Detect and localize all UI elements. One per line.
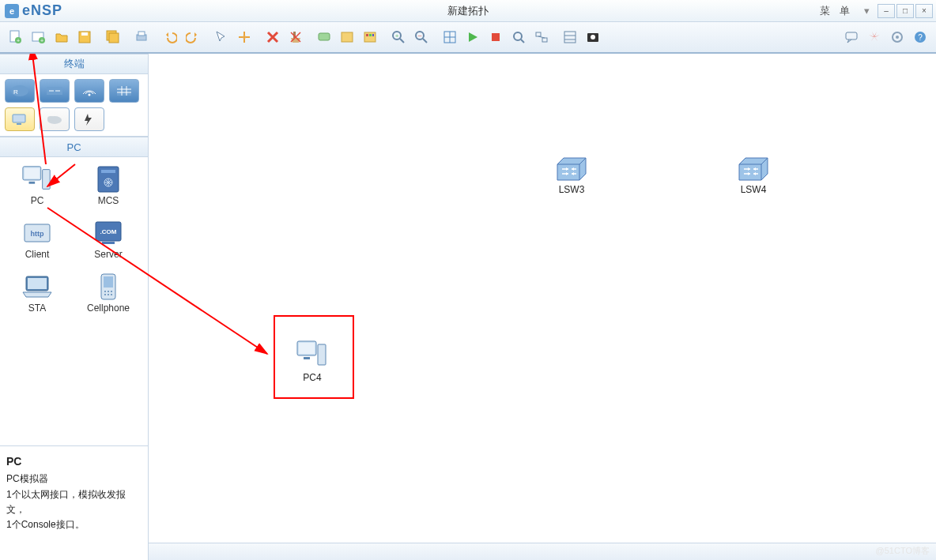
huawei-logo-icon[interactable] xyxy=(863,26,885,48)
category-row-1: R xyxy=(0,74,148,107)
text-note-button[interactable] xyxy=(313,26,335,48)
stop-all-button[interactable] xyxy=(485,26,507,48)
undo-button[interactable] xyxy=(159,26,181,48)
redo-button[interactable] xyxy=(182,26,204,48)
device-client[interactable]: http Client xyxy=(2,214,73,268)
node-lsw4[interactable]: LSW4 xyxy=(738,156,769,195)
close-button[interactable]: × xyxy=(915,4,933,18)
device-mcs[interactable]: MCS xyxy=(73,160,144,214)
rect-note-button[interactable] xyxy=(336,26,358,48)
svg-rect-17 xyxy=(366,34,368,36)
toolbar: + + + – ? xyxy=(0,22,936,54)
svg-point-42 xyxy=(896,36,899,39)
svg-point-78 xyxy=(108,294,109,295)
topology-canvas[interactable]: LSW3 LSW4 PC4 xyxy=(149,54,936,560)
switch-icon xyxy=(738,156,769,182)
svg-rect-69 xyxy=(102,242,115,244)
svg-rect-7 xyxy=(81,32,88,36)
node-label: LSW4 xyxy=(741,184,767,195)
svg-rect-81 xyxy=(299,343,315,354)
svg-line-34 xyxy=(538,36,545,38)
svg-text:.COM: .COM xyxy=(100,228,117,235)
svg-line-31 xyxy=(521,39,524,43)
app-name: eNSP xyxy=(22,2,62,19)
zoom-out-button[interactable]: – xyxy=(410,26,432,48)
svg-point-12 xyxy=(243,36,246,39)
svg-rect-32 xyxy=(536,32,541,36)
svg-text:http: http xyxy=(31,230,44,238)
chat-button[interactable] xyxy=(840,26,862,48)
new-topo-button[interactable]: + xyxy=(28,26,50,48)
svg-point-48 xyxy=(89,94,91,96)
help-button[interactable]: ? xyxy=(909,26,931,48)
device-label: Client xyxy=(25,249,50,260)
svg-point-77 xyxy=(104,294,106,295)
document-title: 新建拓扑 xyxy=(447,4,489,18)
svg-point-74 xyxy=(104,291,106,292)
svg-rect-14 xyxy=(319,33,330,40)
svg-rect-54 xyxy=(13,115,25,122)
http-icon: http xyxy=(21,219,53,247)
svg-rect-82 xyxy=(304,357,310,359)
menu-dropdown-icon[interactable]: ▾ xyxy=(861,5,876,17)
category-wireless[interactable] xyxy=(74,79,104,103)
category-row-2 xyxy=(0,107,148,136)
new-file-button[interactable]: + xyxy=(5,26,27,48)
magnify-button[interactable] xyxy=(508,26,530,48)
grid-align-button[interactable] xyxy=(439,26,461,48)
svg-rect-16 xyxy=(364,32,376,42)
toggle-grid-button[interactable] xyxy=(559,26,581,48)
device-label: MCS xyxy=(98,195,119,206)
open-button[interactable] xyxy=(51,26,73,48)
node-pc4[interactable]: PC4 xyxy=(296,340,329,383)
device-cellphone[interactable]: Cellphone xyxy=(73,268,144,321)
snapshot-button[interactable] xyxy=(582,26,604,48)
svg-rect-18 xyxy=(369,34,372,36)
svg-rect-59 xyxy=(25,168,40,179)
category-firewall[interactable] xyxy=(109,79,139,103)
svg-point-75 xyxy=(108,291,109,292)
laptop-icon xyxy=(21,272,53,301)
print-button[interactable] xyxy=(130,26,153,48)
save-all-button[interactable] xyxy=(102,26,124,48)
status-bar xyxy=(149,543,936,560)
svg-rect-83 xyxy=(318,344,326,365)
device-label: PC xyxy=(31,195,44,206)
settings-button[interactable] xyxy=(886,26,908,48)
svg-point-30 xyxy=(514,32,522,40)
category-power[interactable] xyxy=(74,107,104,131)
svg-rect-61 xyxy=(43,170,51,190)
svg-rect-11 xyxy=(138,32,145,36)
svg-rect-40 xyxy=(846,32,857,39)
node-lsw3[interactable]: LSW3 xyxy=(556,156,587,195)
category-switch[interactable] xyxy=(40,79,70,103)
pan-tool-button[interactable] xyxy=(233,26,255,48)
svg-text:+: + xyxy=(40,38,43,43)
save-button[interactable] xyxy=(74,26,96,48)
svg-text:R: R xyxy=(13,88,18,96)
select-tool-button[interactable] xyxy=(210,26,232,48)
zoom-in-button[interactable]: + xyxy=(387,26,410,48)
svg-text:+: + xyxy=(395,32,399,39)
capture-button[interactable] xyxy=(530,26,553,48)
device-pc[interactable]: PC xyxy=(2,160,73,214)
device-server[interactable]: .COM Server xyxy=(73,214,144,268)
svg-point-57 xyxy=(47,116,54,121)
device-label: STA xyxy=(28,303,46,314)
delete-button[interactable] xyxy=(262,26,284,48)
category-terminal[interactable] xyxy=(5,107,35,131)
server-icon xyxy=(92,165,124,194)
device-sta[interactable]: STA xyxy=(2,268,73,321)
start-all-button[interactable] xyxy=(462,26,484,48)
maximize-button[interactable]: □ xyxy=(896,4,914,18)
sidebar: 终端 R PC PC MCS h xyxy=(0,54,149,560)
broom-clean-button[interactable] xyxy=(285,26,307,48)
svg-text:–: – xyxy=(418,32,422,39)
terminal-panel-title: 终端 xyxy=(0,54,148,74)
svg-point-76 xyxy=(111,291,112,292)
main-menu-button[interactable]: 菜 单 xyxy=(813,2,859,20)
category-cloud[interactable] xyxy=(40,107,70,131)
category-router[interactable]: R xyxy=(5,79,35,103)
palette-button[interactable] xyxy=(359,26,381,48)
minimize-button[interactable]: – xyxy=(878,4,895,18)
